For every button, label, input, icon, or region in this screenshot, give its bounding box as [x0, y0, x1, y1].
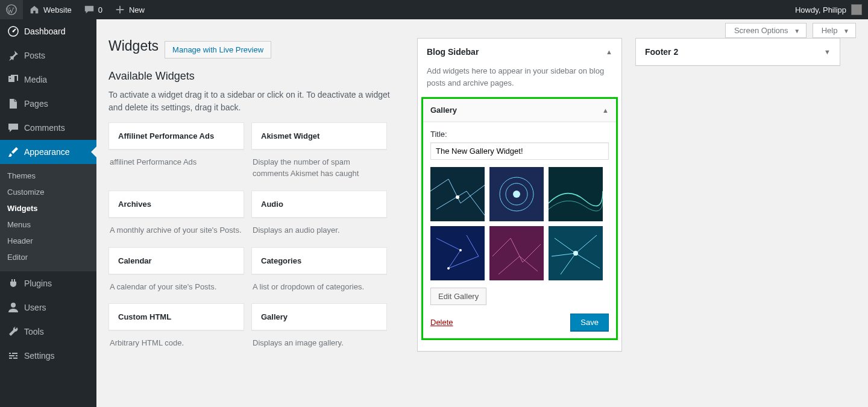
sidebar-item-label: Users — [24, 303, 46, 312]
available-widget[interactable]: Affilinet Performance Ads — [108, 122, 244, 150]
available-widget[interactable]: Audio — [251, 191, 387, 218]
sidebar-item-label: Posts — [24, 51, 45, 60]
svg-point-13 — [459, 249, 462, 251]
save-button[interactable]: Save — [570, 314, 609, 331]
blog-sidebar-header[interactable]: Blog Sidebar ▲ — [418, 39, 621, 65]
sidebar-item-label: Dashboard — [24, 27, 66, 36]
howdy-text[interactable]: Howdy, Philipp — [795, 5, 846, 14]
sidebar-item-comments[interactable]: Comments — [0, 116, 96, 140]
avatar[interactable] — [851, 4, 862, 15]
edit-gallery-button[interactable]: Edit Gallery — [430, 288, 486, 305]
site-link[interactable]: Website — [23, 0, 78, 19]
caret-down-icon: ▼ — [794, 28, 800, 34]
wp-logo[interactable] — [0, 0, 23, 19]
home-icon — [29, 4, 40, 15]
svg-rect-15 — [489, 226, 544, 280]
sidebar-item-settings[interactable]: Settings — [0, 344, 96, 368]
sidebar-item-pages[interactable]: Pages — [0, 92, 96, 116]
plugin-icon — [7, 277, 19, 289]
svg-point-10 — [513, 191, 520, 198]
footer2-header[interactable]: Footer 2 ▼ — [636, 39, 840, 65]
gallery-widget-header[interactable]: Gallery ▲ — [423, 99, 616, 122]
gallery-thumbnails — [430, 167, 609, 280]
submenu-item-editor[interactable]: Editor — [0, 249, 96, 265]
admin-bar: Website 0 New Howdy, Philipp — [0, 0, 868, 19]
user-icon — [7, 301, 19, 314]
submenu-item-header[interactable]: Header — [0, 233, 96, 249]
submenu-item-themes[interactable]: Themes — [0, 168, 96, 184]
live-preview-button[interactable]: Manage with Live Preview — [165, 41, 271, 58]
screen-options-label: Screen Options — [734, 26, 788, 35]
available-widget[interactable]: Gallery — [251, 303, 387, 330]
screen-options-button[interactable]: Screen Options ▼ — [725, 23, 807, 38]
available-widget-desc: Arbitrary HTML code. — [108, 330, 244, 353]
svg-rect-5 — [430, 167, 485, 221]
sidebar-item-plugins[interactable]: Plugins — [0, 271, 96, 295]
help-button[interactable]: Help ▼ — [813, 23, 856, 38]
submenu-item-widgets[interactable]: Widgets — [0, 200, 96, 216]
available-widget-desc: Display the number of spam comments Akis… — [251, 150, 387, 183]
chevron-down-icon: ▼ — [824, 48, 831, 55]
available-widget-desc: A monthly archive of your site's Posts. — [108, 218, 244, 240]
comment-icon — [84, 4, 95, 15]
submenu-item-menus[interactable]: Menus — [0, 216, 96, 233]
chevron-up-icon: ▲ — [606, 48, 612, 55]
sidebar-item-media[interactable]: Media — [0, 68, 96, 92]
brush-icon — [7, 146, 19, 158]
available-widget-desc: A calendar of your site's Posts. — [108, 274, 244, 297]
sidebar-item-users[interactable]: Users — [0, 295, 96, 320]
comments-count: 0 — [98, 5, 102, 14]
svg-point-6 — [456, 195, 459, 199]
caret-down-icon: ▼ — [843, 28, 849, 34]
sidebar-item-label: Comments — [24, 123, 65, 133]
gallery-thumb[interactable] — [549, 167, 603, 221]
wrench-icon — [7, 326, 19, 338]
title-input[interactable] — [430, 142, 609, 160]
available-widget[interactable]: Custom HTML — [108, 303, 244, 330]
gallery-thumb[interactable] — [430, 226, 485, 280]
page-title: Widgets — [108, 38, 159, 54]
sidebar-item-label: Media — [24, 75, 47, 84]
svg-rect-11 — [549, 167, 603, 221]
available-widgets-help: To activate a widget drag it to a sideba… — [108, 89, 404, 114]
available-widget-desc: A list or dropdown of catego­ries. — [251, 274, 387, 297]
title-field-label: Title: — [430, 130, 609, 139]
sidebar-item-tools[interactable]: Tools — [0, 320, 96, 344]
help-label: Help — [822, 26, 838, 35]
admin-sidebar: Dashboard Posts Media Pages Comments App… — [0, 19, 96, 382]
available-widget[interactable]: Categories — [251, 247, 387, 274]
available-widget[interactable]: Calendar — [108, 247, 244, 274]
gallery-thumb[interactable] — [489, 226, 544, 280]
svg-point-4 — [11, 303, 16, 308]
comment-icon — [7, 122, 19, 134]
comments-link[interactable]: 0 — [78, 0, 108, 19]
footer2-panel: Footer 2 ▼ — [635, 38, 840, 66]
available-widget-desc: Displays an image gallery. — [251, 330, 387, 353]
sidebar-item-appearance[interactable]: Appearance — [0, 140, 96, 164]
submenu-item-customize[interactable]: Customize — [0, 184, 96, 200]
footer2-title: Footer 2 — [645, 47, 678, 57]
available-widget-desc: Displays an audio player. — [251, 218, 387, 240]
gallery-thumb[interactable] — [489, 167, 544, 221]
pin-icon — [7, 49, 19, 62]
sidebar-item-label: Appearance — [24, 147, 70, 157]
new-link[interactable]: New — [108, 0, 151, 19]
site-name: Website — [43, 5, 72, 14]
available-widget[interactable]: Archives — [108, 191, 244, 218]
delete-link[interactable]: Delete — [430, 318, 453, 327]
sidebar-item-label: Pages — [24, 99, 48, 109]
plus-icon — [115, 4, 125, 15]
sidebar-item-dashboard[interactable]: Dashboard — [0, 19, 96, 43]
wordpress-icon — [6, 4, 17, 15]
sliders-icon — [7, 350, 19, 362]
gallery-widget-title: Gallery — [430, 106, 457, 115]
gallery-thumb[interactable] — [430, 167, 485, 221]
main-content: Screen Options ▼ Help ▼ Widgets Manage w… — [96, 19, 868, 382]
blog-sidebar-panel: Blog Sidebar ▲ Add widgets here to appea… — [417, 38, 622, 352]
sidebar-item-posts[interactable]: Posts — [0, 43, 96, 68]
appearance-submenu: Themes Customize Widgets Menus Header Ed… — [0, 164, 96, 271]
gallery-thumb[interactable] — [549, 226, 603, 280]
sidebar-item-label: Settings — [24, 351, 55, 361]
available-widget[interactable]: Akismet Widget — [251, 122, 387, 150]
blog-sidebar-title: Blog Sidebar — [427, 47, 479, 57]
